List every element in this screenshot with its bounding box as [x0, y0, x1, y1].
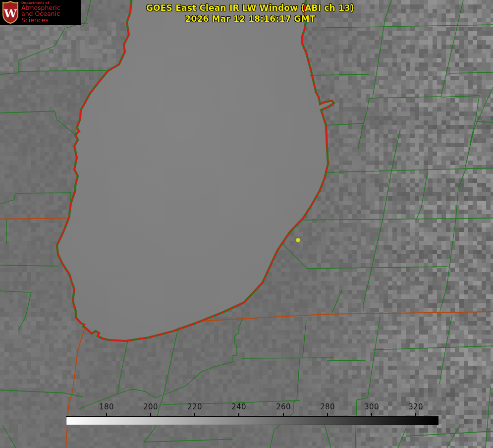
location-marker[interactable]	[296, 238, 300, 242]
uw-crest-icon: W	[1, 1, 19, 24]
title-product-line: GOES East Clean IR LW Window (ABI ch 13)	[146, 2, 354, 13]
crest-letter: W	[3, 6, 17, 20]
logo-name-line2: and Oceanic Sciences	[21, 11, 81, 24]
title-timestamp-line: 2026 Mar 12 18:16:17 GMT	[146, 13, 354, 24]
map-overlay	[0, 0, 493, 448]
lake-michigan-surface	[57, 0, 334, 341]
logo-text: Department of Atmospheric and Oceanic Sc…	[21, 1, 81, 24]
uw-aos-logo-banner: W Department of Atmospheric and Oceanic …	[0, 0, 81, 25]
satellite-map-viewport[interactable]: 180 200 220 240 260 280 300 320 W Depart…	[0, 0, 493, 448]
image-title: GOES East Clean IR LW Window (ABI ch 13)…	[146, 2, 354, 24]
